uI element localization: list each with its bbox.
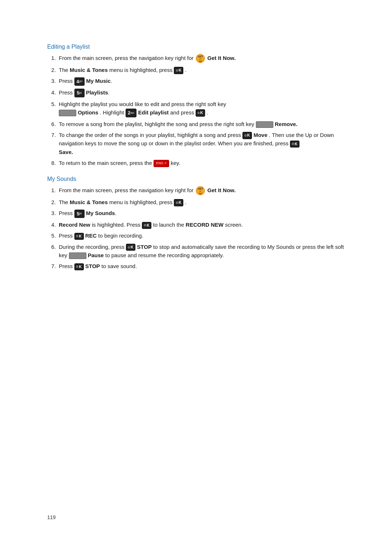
list-item: Record New is highlighted. Press oK to l… bbox=[57, 221, 345, 229]
step-text: Press bbox=[59, 232, 74, 239]
step-text: Press bbox=[59, 78, 74, 84]
ok-button-icon: oK bbox=[142, 222, 151, 229]
step-bold: STOP bbox=[85, 263, 100, 269]
svg-text:IT: IT bbox=[200, 190, 202, 193]
ok-button-icon: oK bbox=[290, 141, 299, 147]
step-text: To change the order of the songs in your… bbox=[59, 132, 242, 138]
step-bold: Get It Now. bbox=[207, 55, 236, 61]
get-it-now-icon: GET IT bbox=[196, 186, 205, 195]
step-bold: Move bbox=[253, 132, 267, 138]
my-sounds-list: From the main screen, press the navigati… bbox=[57, 186, 345, 270]
key-2-icon: 2abc bbox=[126, 109, 137, 117]
list-item: The Music & Tones menu is highlighted, p… bbox=[57, 66, 345, 74]
list-item: Press oK STOP to save sound. bbox=[57, 262, 345, 270]
page-content: Editing a Playlist From the main screen,… bbox=[0, 0, 392, 304]
soft-key-icon bbox=[256, 121, 273, 128]
step-text: Press bbox=[59, 263, 74, 269]
step-bold: My Sounds bbox=[86, 210, 115, 216]
list-item: To return to the main screen, press the … bbox=[57, 159, 345, 167]
list-item: The Music & Tones menu is highlighted, p… bbox=[57, 198, 345, 206]
step-text: is highlighted. Press bbox=[92, 222, 142, 228]
ok-button-icon: oK bbox=[74, 263, 84, 270]
step-text: To remove a song from the playlist, high… bbox=[59, 121, 256, 127]
step-text: . bbox=[108, 89, 110, 96]
ok-button-icon: oK bbox=[196, 109, 205, 116]
key-5-icon: 5jkl bbox=[74, 89, 85, 97]
editing-playlist-section: Editing a Playlist From the main screen,… bbox=[47, 44, 345, 167]
step-bold: My Music bbox=[86, 78, 111, 84]
ok-button-icon: oK bbox=[74, 233, 84, 240]
step-text: The Music & Tones menu is highlighted, p… bbox=[59, 67, 174, 73]
get-it-now-icon: GET IT bbox=[196, 54, 205, 63]
step-text: Highlight the playlist you would like to… bbox=[59, 101, 226, 107]
step-text: Press bbox=[59, 210, 74, 216]
ok-button-icon: oK bbox=[174, 199, 183, 206]
soft-key-icon bbox=[69, 252, 86, 259]
list-item: Highlight the playlist you would like to… bbox=[57, 100, 345, 117]
step-bold: Options bbox=[78, 109, 98, 116]
step-text: to pause and resume the recording approp… bbox=[105, 252, 224, 258]
step-bold: Edit playlist bbox=[138, 109, 169, 116]
step-text: From the main screen, press the navigati… bbox=[59, 55, 195, 61]
end-key-icon: END.⊙ bbox=[154, 160, 169, 167]
ok-button-icon: oK bbox=[174, 67, 183, 74]
step-text: and press bbox=[170, 109, 196, 116]
step-bold: REC bbox=[85, 232, 97, 239]
step-text: . bbox=[111, 78, 112, 84]
svg-text:IT: IT bbox=[200, 58, 202, 60]
key-4-icon: 4ghi bbox=[74, 77, 85, 86]
step-text: To return to the main screen, press the bbox=[59, 160, 154, 166]
key-5-icon: 5jkl bbox=[74, 210, 85, 218]
list-item: Press 5jkl Playlists. bbox=[57, 88, 345, 97]
step-text: During the recording, press bbox=[59, 244, 126, 250]
list-item: From the main screen, press the navigati… bbox=[57, 54, 345, 63]
step-text: . Highlight bbox=[100, 109, 126, 116]
page-number: 119 bbox=[47, 514, 56, 520]
svg-text:GET: GET bbox=[198, 187, 203, 190]
editing-playlist-list: From the main screen, press the navigati… bbox=[57, 54, 345, 167]
ok-button-icon: oK bbox=[242, 132, 252, 139]
list-item: From the main screen, press the navigati… bbox=[57, 186, 345, 195]
step-text: . bbox=[115, 210, 117, 216]
step-bold: STOP bbox=[137, 244, 152, 250]
svg-text:GET: GET bbox=[198, 55, 203, 58]
my-sounds-title: My Sounds bbox=[47, 176, 345, 182]
step-text: . bbox=[207, 109, 208, 116]
ok-button-icon: oK bbox=[126, 244, 135, 251]
list-item: Press oK REC to begin recording. bbox=[57, 231, 345, 240]
step-text: key. bbox=[171, 160, 180, 166]
step-bold: Get It Now. bbox=[207, 187, 236, 193]
step-text: The Music & Tones menu is highlighted, p… bbox=[59, 199, 174, 205]
editing-playlist-title: Editing a Playlist bbox=[47, 44, 345, 50]
my-sounds-section: My Sounds From the main screen, press th… bbox=[47, 176, 345, 270]
step-bold: Remove. bbox=[275, 121, 298, 127]
list-item: Press 4ghi My Music. bbox=[57, 77, 345, 86]
step-text: to save sound. bbox=[102, 263, 137, 269]
step-text: Press bbox=[59, 89, 74, 96]
list-item: During the recording, press oK STOP to s… bbox=[57, 243, 345, 260]
step-text: to launch the RECORD NEW screen. bbox=[153, 222, 243, 228]
step-text: . bbox=[185, 199, 187, 205]
step-bold: Record New bbox=[59, 222, 90, 228]
list-item: To remove a song from the playlist, high… bbox=[57, 120, 345, 128]
step-bold: Playlists bbox=[86, 89, 108, 96]
step-text: From the main screen, press the navigati… bbox=[59, 187, 195, 193]
step-bold: Save. bbox=[59, 149, 73, 155]
soft-key-icon bbox=[59, 110, 76, 116]
list-item: To change the order of the songs in your… bbox=[57, 131, 345, 156]
step-text: . bbox=[185, 67, 187, 73]
step-bold: Pause bbox=[88, 252, 104, 258]
step-text: to begin recording. bbox=[98, 232, 143, 239]
list-item: Press 5jkl My Sounds. bbox=[57, 209, 345, 218]
